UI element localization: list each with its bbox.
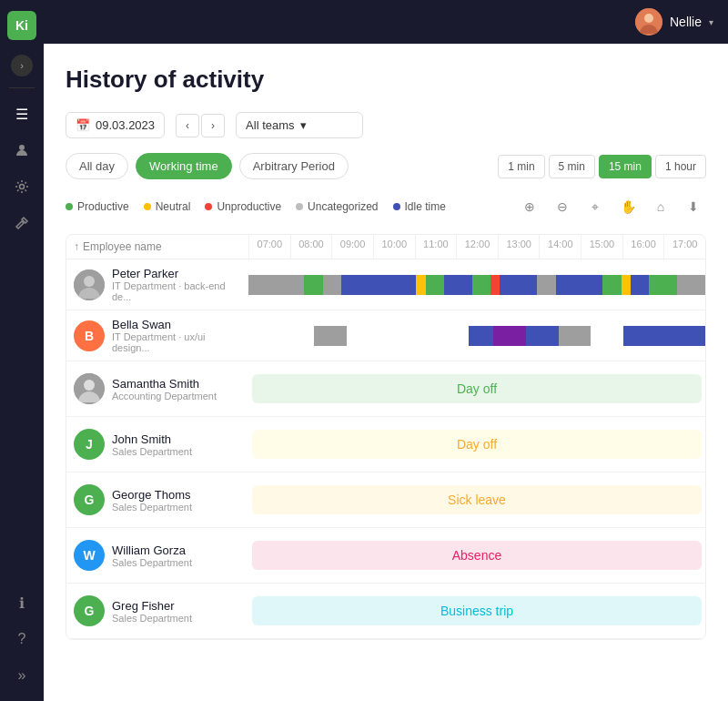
- activity-bar-segment: [622, 275, 631, 295]
- employee-full-name: Greg Fisher: [112, 599, 192, 613]
- mode-working-btn[interactable]: Working time: [136, 153, 232, 179]
- interval-15min-btn[interactable]: 15 min: [599, 155, 652, 178]
- sidebar-item-info[interactable]: ℹ: [7, 588, 36, 617]
- interval-5min-btn[interactable]: 5 min: [549, 155, 595, 178]
- table-row: JJohn SmithSales DepartmentDay off: [66, 417, 705, 472]
- sidebar-item-help[interactable]: ?: [7, 625, 36, 654]
- home-icon[interactable]: ⌂: [648, 194, 673, 219]
- sidebar-item-menu[interactable]: ☰: [7, 99, 36, 128]
- app-logo[interactable]: Ki: [7, 11, 36, 40]
- teams-select[interactable]: All teams ▾: [236, 112, 363, 138]
- employee-name-cell[interactable]: Peter ParkerIT Department · back-end de.…: [66, 259, 248, 310]
- employee-department: Sales Department: [112, 502, 192, 513]
- unproductive-dot: [205, 203, 212, 210]
- name-column-header[interactable]: ↑ Employee name: [66, 235, 248, 259]
- hour-label: 09:00: [331, 235, 373, 259]
- unproductive-label: Unproductive: [217, 200, 281, 213]
- activity-bar-segment: [347, 326, 469, 346]
- sidebar: Ki › ☰ ℹ ? »: [0, 0, 44, 701]
- employee-name-cell[interactable]: Samantha SmithAccounting Department: [66, 366, 248, 411]
- legend-neutral: Neutral: [144, 200, 191, 213]
- hour-label: 14:00: [539, 235, 581, 259]
- avatar: B: [74, 320, 105, 351]
- activity-bar-segment: [556, 275, 602, 295]
- interval-buttons: 1 min 5 min 15 min 1 hour: [498, 155, 706, 178]
- user-avatar[interactable]: [635, 8, 662, 36]
- svg-point-3: [644, 14, 653, 23]
- hand-icon[interactable]: ✋: [615, 194, 641, 219]
- status-badge: Day off: [252, 430, 702, 459]
- table-body: Peter ParkerIT Department · back-end de.…: [66, 259, 705, 639]
- hour-label: 12:00: [456, 235, 498, 259]
- download-icon[interactable]: ⬇: [681, 194, 706, 219]
- activity-bar-segment: [493, 326, 526, 346]
- neutral-dot: [144, 203, 151, 210]
- status-badge: Day off: [252, 374, 702, 403]
- table-row: GGeorge ThomsSales DepartmentSick leave: [66, 472, 705, 528]
- activity-bar-segment: [341, 275, 416, 295]
- date-picker[interactable]: 📅 09.03.2023: [66, 112, 165, 138]
- legend-productive: Productive: [66, 200, 129, 213]
- teams-chevron-icon: ▾: [300, 118, 307, 132]
- table-row: GGreg FisherSales DepartmentBusiness tri…: [66, 584, 705, 639]
- neutral-label: Neutral: [156, 200, 191, 213]
- employee-full-name: George Thoms: [112, 488, 192, 502]
- date-next-btn[interactable]: ›: [201, 114, 225, 137]
- mode-allday-btn[interactable]: All day: [66, 153, 128, 179]
- employee-name-cell[interactable]: GGreg FisherSales Department: [66, 588, 248, 634]
- sidebar-item-collapse[interactable]: »: [7, 661, 36, 690]
- date-prev-btn[interactable]: ‹: [176, 114, 199, 137]
- timeline-cell: Day off: [248, 417, 705, 472]
- user-name: Nellie: [670, 15, 702, 29]
- legend-bar: Productive Neutral Unproductive Uncatego…: [66, 194, 706, 219]
- employee-name-cell[interactable]: JJohn SmithSales Department: [66, 422, 248, 467]
- sidebar-item-tools[interactable]: [7, 208, 36, 238]
- zoom-out-icon[interactable]: ⊖: [550, 194, 575, 219]
- activity-bar-segment: [677, 275, 705, 295]
- activity-bar-segment: [426, 275, 444, 295]
- hour-label: 10:00: [373, 235, 415, 259]
- hour-label: 15:00: [581, 235, 622, 259]
- employee-department: IT Department · ux/ui design...: [112, 331, 241, 353]
- zoom-in-icon[interactable]: ⊕: [517, 194, 542, 219]
- idle-label: Idle time: [405, 200, 446, 213]
- svg-point-7: [84, 380, 95, 391]
- table-row: Peter ParkerIT Department · back-end de.…: [66, 259, 705, 310]
- avatar: [74, 373, 105, 404]
- activity-bar-segment: [500, 275, 537, 295]
- legend-uncategorized: Uncategorized: [296, 200, 378, 213]
- employee-full-name: Peter Parker: [112, 267, 241, 280]
- mode-arbitrary-btn[interactable]: Arbitrary Period: [239, 153, 349, 179]
- employee-name-cell[interactable]: GGeorge ThomsSales Department: [66, 477, 248, 523]
- user-menu-chevron[interactable]: ▾: [709, 17, 713, 27]
- date-navigation: ‹ ›: [176, 114, 225, 137]
- interval-1min-btn[interactable]: 1 min: [498, 155, 544, 178]
- sidebar-divider-1: [9, 87, 35, 88]
- svg-point-0: [19, 145, 25, 150]
- employee-name-cell[interactable]: WWilliam GorzaSales Department: [66, 533, 248, 578]
- avatar: J: [74, 429, 105, 460]
- sidebar-item-profile[interactable]: [7, 136, 36, 165]
- zoom-fit-icon[interactable]: ⌖: [582, 194, 608, 219]
- employee-full-name: John Smith: [112, 432, 192, 446]
- table-row: WWilliam GorzaSales DepartmentAbsence: [66, 528, 705, 584]
- activity-bar-segment: [304, 275, 322, 295]
- activity-bar-segment: [444, 275, 472, 295]
- employee-department: Sales Department: [112, 446, 192, 457]
- activity-bar-segment: [537, 275, 555, 295]
- activity-bar-segment: [248, 275, 304, 295]
- topbar: Nellie ▾: [44, 0, 728, 44]
- employee-name-cell[interactable]: BBella SwanIT Department · ux/ui design.…: [66, 310, 248, 361]
- sidebar-expand-btn[interactable]: ›: [11, 55, 33, 76]
- idle-dot: [393, 203, 400, 210]
- avatar: G: [74, 595, 105, 626]
- timeline-cell: Business trip: [248, 584, 705, 638]
- activity-bar-segment: [323, 275, 341, 295]
- sidebar-item-settings[interactable]: [7, 172, 36, 201]
- timeline-cell: [248, 322, 705, 350]
- interval-1hour-btn[interactable]: 1 hour: [655, 155, 706, 178]
- employee-department: Sales Department: [112, 613, 192, 624]
- time-modes-bar: All day Working time Arbitrary Period 1 …: [66, 153, 706, 179]
- activity-bar-segment: [649, 275, 677, 295]
- legend-unproductive: Unproductive: [205, 200, 281, 213]
